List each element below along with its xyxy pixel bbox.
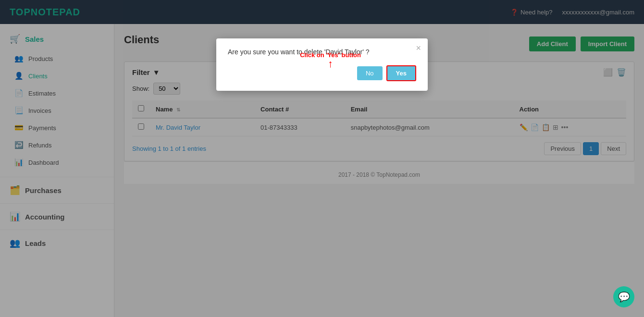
chat-icon: 💬 [618, 291, 630, 303]
chat-bubble[interactable]: 💬 [613, 286, 634, 307]
annotation-arrow: ↑ [328, 59, 333, 69]
yes-button[interactable]: Yes [386, 65, 416, 81]
modal-actions: Click on 'Yes' button ↑ No Yes [228, 65, 416, 81]
modal: × Are you sure you want to delete 'David… [216, 38, 428, 91]
modal-overlay: × Are you sure you want to delete 'David… [0, 0, 644, 317]
modal-close-button[interactable]: × [416, 43, 421, 53]
click-annotation: Click on 'Yes' button ↑ [300, 51, 361, 69]
